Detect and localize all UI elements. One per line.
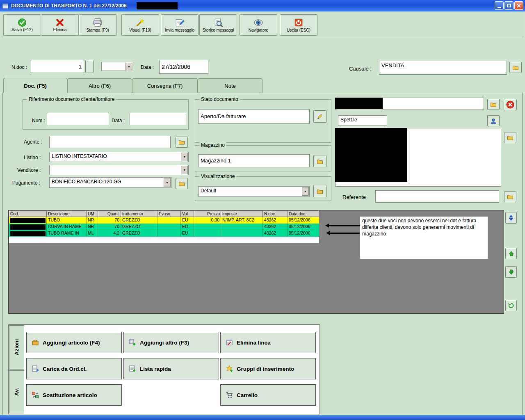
rif-data-input[interactable] [130, 113, 187, 125]
refresh-button[interactable] [505, 300, 517, 311]
delete-button[interactable]: Elimina [41, 14, 79, 36]
tab-avanzate[interactable]: Av. [9, 370, 24, 413]
column-header[interactable]: Evaso [158, 211, 181, 217]
column-header[interactable]: UM [87, 211, 98, 217]
title-bar: DOCUMENTO DI TRASPORTO N. 1 del 27/12/20… [0, 0, 525, 11]
table-row[interactable]: TUBO NR 70 GREZZO EU 0,00 N/IMP. ART. 8C… [9, 217, 319, 224]
chevron-down-icon[interactable]: ▼ [126, 63, 132, 70]
annotation-arrow [327, 225, 360, 226]
data-input[interactable]: 27/12/2006 [159, 60, 208, 74]
visualizzazione-select[interactable]: Default▼ [198, 186, 310, 196]
visualizzazione-browse-button[interactable] [313, 185, 326, 197]
delete-line-button[interactable]: Elimina linea [220, 332, 316, 353]
column-header[interactable]: Prezzo [194, 211, 221, 217]
minimize-button[interactable] [495, 1, 504, 10]
venditore-select[interactable]: ▼ [49, 165, 189, 175]
close-button[interactable] [514, 1, 523, 10]
navigator-button[interactable]: Navigatore [240, 14, 277, 36]
chevron-down-icon[interactable]: ▼ [164, 178, 171, 187]
cart-button[interactable]: Carrello [220, 384, 316, 406]
venditore-label: Venditore : [17, 167, 41, 173]
chevron-down-icon[interactable]: ▼ [302, 187, 309, 196]
action-button-label: Carrello [237, 392, 258, 398]
column-header[interactable]: Data doc. [288, 211, 319, 217]
row-cell: 4,2 [98, 230, 121, 237]
row-cell: 70 [98, 217, 121, 224]
tab-azioni[interactable]: Azioni [9, 325, 24, 370]
tab-altro[interactable]: Altro (F6) [67, 78, 132, 93]
column-header[interactable]: N.doc. [263, 211, 288, 217]
empty-row[interactable] [9, 237, 319, 243]
minimize-icon [498, 7, 501, 8]
referente-input[interactable] [375, 190, 499, 203]
visualizzazione-group-title: Visualizzazione [199, 173, 237, 179]
tab-doc[interactable]: Doc. (F5) [3, 78, 67, 93]
agente-input[interactable] [49, 136, 171, 148]
move-row-top-button[interactable] [505, 212, 517, 224]
column-header[interactable]: Descrizione [47, 211, 87, 217]
pagamento-browse-button[interactable] [176, 178, 188, 189]
move-row-down-button[interactable] [505, 266, 517, 278]
insert-groups-button[interactable]: Gruppi di inserimento [220, 358, 316, 379]
magazzino-browse-button[interactable] [313, 155, 326, 167]
agente-browse-button[interactable] [176, 137, 188, 148]
stato-edit-button[interactable] [313, 110, 326, 123]
tab-note[interactable]: Note [198, 78, 262, 93]
message-history-button[interactable]: Storico messaggi [199, 14, 237, 36]
maximize-button[interactable] [504, 1, 514, 10]
grid-header-row: Cod. Descrizione UM Quant. trattamento E… [9, 211, 319, 217]
doc-type-select[interactable]: ▼ [101, 62, 133, 71]
rif-num-input[interactable] [47, 113, 109, 125]
cliente-browse-button[interactable] [487, 99, 500, 110]
stato-value[interactable]: Aperto/Da fatturare [198, 109, 310, 124]
rif-num-label: Num.: [32, 118, 45, 123]
table-row[interactable]: CURVA IN RAME NR 70 GREZZO EU 43262 05/1… [9, 224, 319, 230]
visual-button[interactable]: Visual (F10) [121, 14, 159, 36]
exit-button[interactable]: Uscita (ESC) [280, 14, 317, 36]
table-delete-icon [226, 339, 233, 346]
column-header[interactable]: Imposte [221, 211, 263, 217]
referente-browse-button[interactable] [504, 191, 516, 202]
swap-boxes-icon [32, 391, 39, 399]
folder-icon [317, 189, 323, 194]
quick-list-button[interactable]: Lista rapida [123, 358, 219, 379]
row-cell: EU [181, 217, 194, 224]
chevron-down-icon[interactable]: ▼ [181, 153, 188, 161]
row-cell [221, 224, 263, 230]
causale-browse-button[interactable] [509, 62, 522, 73]
contact-person-button[interactable] [487, 115, 500, 126]
add-article-button[interactable]: Aggiungi articolo (F4) [26, 332, 122, 353]
save-button[interactable]: Salva (F12) [3, 14, 41, 36]
redacted-code [10, 231, 46, 236]
send-message-button[interactable]: Invia messaggio [161, 14, 199, 36]
stato-group-title: Stato documento [199, 96, 240, 102]
pagamento-select[interactable]: BONIFICO BANCARIO 120 GG▼ [49, 177, 171, 188]
move-row-up-button[interactable] [505, 248, 517, 259]
column-header[interactable]: Quant. [98, 211, 121, 217]
chevron-down-icon[interactable]: ▼ [181, 166, 188, 174]
substitute-article-button[interactable]: Sostituzione articolo [26, 384, 122, 406]
ndoc-browse-button[interactable] [85, 60, 94, 73]
address-browse-button[interactable] [504, 132, 516, 143]
blue-arrow-up-down-icon [508, 215, 514, 221]
row-cell: ML [87, 230, 98, 237]
row-cell: NR [87, 217, 98, 224]
cliente-remove-button[interactable] [504, 99, 517, 110]
print-button[interactable]: Stampa (F9) [79, 14, 116, 36]
row-cell: EU [181, 230, 194, 237]
column-header[interactable]: Val [181, 211, 194, 217]
row-cell: N/IMP. ART. 8C2 [221, 217, 263, 224]
listino-select[interactable]: LISTINO INTESTATARIO▼ [49, 152, 189, 162]
save-check-icon [18, 18, 27, 27]
column-header[interactable]: Cod. [9, 211, 47, 217]
causale-input[interactable]: VENDITA [379, 61, 507, 75]
column-header[interactable]: trattamento [121, 211, 158, 217]
spettle-input[interactable]: Spett.le [338, 115, 387, 126]
add-other-button[interactable]: Aggiungi altro (F3) [123, 332, 219, 353]
load-from-order-button[interactable]: Carica da Ord.cl. [26, 358, 122, 379]
toolbar-button-label: Invia messaggio [165, 28, 194, 32]
tab-consegna[interactable]: Consegna (F7) [132, 78, 198, 93]
magazzino-input[interactable]: Magazzino 1 [198, 154, 310, 167]
ndoc-input[interactable]: 1 [31, 60, 84, 73]
table-row[interactable]: TUBO RAME IN ML 4,2 GREZZO EU 43262 05/1… [9, 230, 319, 237]
